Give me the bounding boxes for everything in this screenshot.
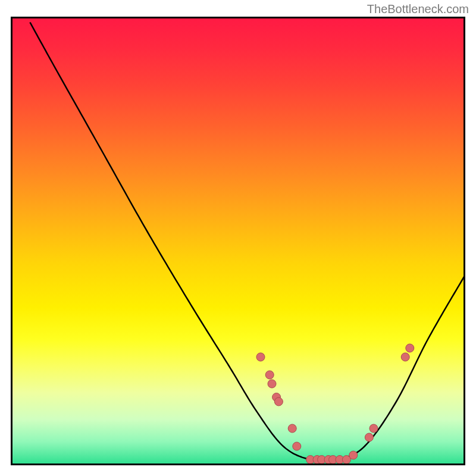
- gradient-background: [12, 18, 464, 464]
- chart-container: { "attribution": "TheBottleneck.com", "c…: [0, 0, 476, 476]
- data-marker: [268, 380, 276, 388]
- data-marker: [265, 371, 274, 379]
- data-marker: [406, 344, 414, 352]
- data-marker: [256, 353, 265, 361]
- data-marker: [365, 433, 373, 441]
- attribution-text: TheBottleneck.com: [367, 2, 469, 16]
- data-marker: [293, 442, 301, 450]
- data-marker: [274, 397, 283, 406]
- data-marker: [349, 451, 358, 459]
- data-marker: [369, 424, 378, 433]
- chart-svg: [11, 17, 465, 465]
- data-marker: [401, 353, 409, 361]
- data-marker: [288, 424, 296, 433]
